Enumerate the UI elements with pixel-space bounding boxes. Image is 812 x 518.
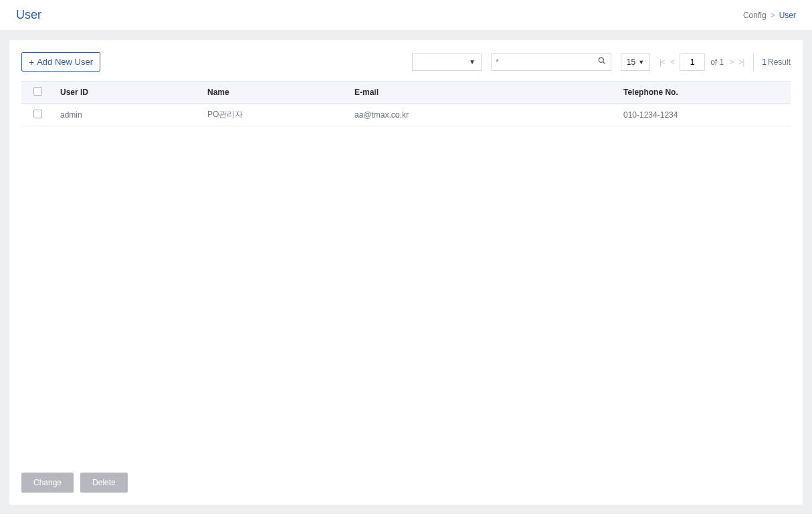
svg-point-0 xyxy=(599,57,603,62)
row-checkbox[interactable] xyxy=(33,110,42,118)
page-size-value: 15 xyxy=(627,57,635,67)
prev-page-button[interactable]: < xyxy=(670,57,674,67)
last-page-button[interactable]: >| xyxy=(738,57,744,67)
cell-user-id: admin xyxy=(54,104,201,126)
page-input[interactable] xyxy=(680,53,705,71)
result-count-number: 1 xyxy=(762,57,767,67)
filter-select[interactable]: ▼ xyxy=(412,53,482,71)
breadcrumb-parent[interactable]: Config xyxy=(743,11,767,20)
search-box xyxy=(491,53,611,71)
breadcrumb: Config > User xyxy=(743,11,796,20)
select-all-checkbox[interactable] xyxy=(33,87,42,96)
cell-name: PO관리자 xyxy=(201,104,348,126)
caret-down-icon: ▼ xyxy=(638,59,644,66)
plus-icon: + xyxy=(29,57,34,67)
col-telephone: Telephone No. xyxy=(617,82,791,104)
first-page-button[interactable]: |< xyxy=(659,57,665,67)
svg-line-1 xyxy=(603,62,605,64)
cell-telephone: 010-1234-1234 xyxy=(617,104,791,126)
result-count: 1 Result xyxy=(753,53,791,71)
breadcrumb-current: User xyxy=(779,11,796,20)
page-of-label: of 1 xyxy=(710,57,724,67)
delete-button[interactable]: Delete xyxy=(80,473,128,493)
add-new-user-label: Add New User xyxy=(37,57,93,67)
page-title: User xyxy=(16,8,41,22)
caret-down-icon: ▼ xyxy=(469,58,476,66)
chevron-right-icon: > xyxy=(771,11,775,20)
cell-email: aa@tmax.co.kr xyxy=(348,104,617,126)
search-icon[interactable] xyxy=(597,56,607,68)
page-size-select[interactable]: 15 ▼ xyxy=(621,53,650,71)
pager: |< < of 1 > >| xyxy=(659,53,744,71)
user-table: User ID Name E-mail Telephone No. admin … xyxy=(21,81,791,126)
table-row[interactable]: admin PO관리자 aa@tmax.co.kr 010-1234-1234 xyxy=(21,104,791,126)
col-user-id: User ID xyxy=(54,82,201,104)
col-name: Name xyxy=(201,82,348,104)
result-count-label: Result xyxy=(768,57,791,67)
col-email: E-mail xyxy=(348,82,617,104)
search-input[interactable] xyxy=(496,57,597,67)
main-panel: + Add New User ▼ 15 ▼ xyxy=(9,40,803,505)
change-button[interactable]: Change xyxy=(21,473,74,493)
next-page-button[interactable]: > xyxy=(729,57,733,67)
add-new-user-button[interactable]: + Add New User xyxy=(21,52,100,72)
